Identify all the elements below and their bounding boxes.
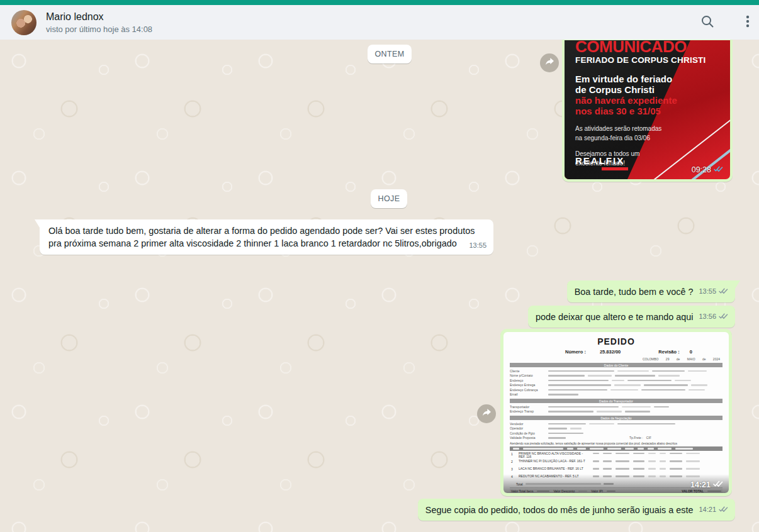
greeked-text-bar (658, 448, 672, 450)
greeked-text-bar (577, 448, 586, 450)
message-time: 13:55 (469, 239, 486, 252)
date-separator-yesterday: ONTEM (368, 45, 412, 64)
greeked-text-bar (513, 448, 519, 450)
message-text: Boa tarde, tudo bem e você ? (575, 285, 694, 298)
greeked-text-bar (660, 460, 666, 462)
greeked-text-bar (660, 453, 666, 455)
menu-button[interactable] (740, 14, 755, 31)
greeked-text-bar (622, 406, 651, 408)
greeked-text-bar (548, 428, 567, 429)
greeked-text-bar (625, 411, 650, 413)
image-message-pedido[interactable]: PEDIDO Número : 25.832/00 Revisão : 0 CO… (500, 329, 732, 496)
comunicado-body-line: de Corpus Christi (575, 84, 720, 95)
greeked-text-bar (612, 380, 624, 382)
greeked-text-bar (603, 468, 612, 470)
greeked-text-bar (593, 453, 599, 455)
greeked-text-bar (548, 437, 566, 439)
greeked-text-bar (590, 448, 604, 450)
greeked-text-bar (670, 468, 682, 470)
outgoing-message: pode deixar que altero e te mando aqui 1… (528, 306, 735, 328)
outgoing-message: Segue copia do pedido, todos do mês de j… (418, 499, 735, 521)
date-separator-label: HOJE (378, 194, 400, 203)
greeked-text-bar (523, 448, 563, 450)
greeked-text-bar (660, 468, 666, 470)
forward-arrow-icon (481, 407, 492, 420)
section-header-cliente: Dados do Cliente (510, 363, 722, 367)
image-message-comunicado[interactable]: COMUNICADO FERIADO DE CORPUS CHRISTI Em … (562, 40, 733, 182)
contact-name: Mario lednox (46, 11, 700, 23)
greeked-text-bar (548, 384, 611, 386)
delivered-double-check-icon (712, 480, 724, 489)
greeked-text-bar (652, 370, 685, 372)
delivered-double-check-icon (718, 503, 729, 516)
greeked-text-bar (617, 423, 675, 425)
items-table-header (510, 446, 722, 451)
message-meta: 14:21 (699, 503, 729, 516)
contact-last-seen: visto por último hoje às 14:08 (46, 25, 700, 34)
pedido-date-line: COLOMBO 29 de MAIO de 2024 (510, 357, 722, 361)
item-row: 2THINNER NC P/ DILUIÇÃO LACA - REF. 161-… (510, 459, 722, 467)
comunicado-info-line: na segunda-feira dia 03/06 (575, 133, 720, 143)
greeked-text-bar (691, 384, 707, 386)
greeked-text-bar (675, 448, 693, 450)
greeked-text-bar (686, 468, 700, 470)
message-meta: 13:55 (469, 239, 486, 252)
greeked-text-bar (548, 423, 586, 425)
message-time: 14:21 (690, 480, 711, 489)
item-row: 3LACA NC BRANCO BRILHANTE - REF. 16 LT (510, 467, 722, 474)
search-button[interactable] (700, 14, 715, 31)
numero-value: 25.832/00 (600, 349, 621, 355)
kebab-menu-icon (740, 14, 755, 31)
greeked-text-bar (597, 411, 622, 413)
greeked-text-bar (648, 453, 656, 455)
contact-avatar[interactable] (11, 10, 37, 35)
forward-message-button[interactable] (477, 404, 496, 423)
greeked-text-bar (615, 375, 655, 377)
greeked-text-bar (638, 448, 644, 450)
greeked-text-bar (670, 460, 682, 462)
revisao-label: Revisão : (658, 349, 679, 355)
image-bottom-gradient: 14:21 (503, 474, 729, 493)
greeked-text-bar (614, 384, 641, 386)
pedido-title: PEDIDO (510, 336, 722, 346)
chat-header: Mario lednox visto por último hoje às 14… (0, 5, 759, 40)
message-text: Segue copia do pedido, todos do mês de j… (425, 504, 694, 516)
greeked-text-bar (610, 389, 638, 391)
greeked-text-bar (616, 460, 629, 462)
comunicado-body-line: Em virtude do feriado (575, 74, 720, 84)
message-meta: 13:55 (699, 285, 729, 298)
section-header-negociacao: Dados da Negociação (510, 416, 722, 420)
comunicado-info-line: As atividades serão retomadas (575, 124, 720, 133)
greeked-text-bar (633, 468, 644, 470)
pedido-document-image: PEDIDO Número : 25.832/00 Revisão : 0 CO… (503, 332, 729, 493)
greeked-text-bar (654, 406, 669, 408)
delivered-double-check-icon (718, 310, 729, 323)
search-icon (700, 14, 715, 31)
message-meta: 09:28 (692, 165, 724, 174)
greeked-text-bar (633, 453, 644, 455)
greeked-text-bar (658, 375, 680, 377)
message-text: Olá boa tarde tudo bem, gostaria de alte… (48, 226, 475, 248)
message-time: 14:21 (699, 503, 716, 516)
greeked-text-bar (648, 468, 656, 470)
realfix-logo: REALFIX (575, 155, 628, 170)
comunicado-subtitle: FERIADO DE CORPUS CHRISTI (575, 55, 720, 65)
forward-message-button[interactable] (540, 53, 559, 72)
message-time: 13:56 (699, 310, 716, 323)
greeked-text-bar (548, 394, 578, 396)
outgoing-message: Boa tarde, tudo bem e você ? 13:55 (567, 280, 735, 302)
greeked-text-bar (570, 428, 582, 429)
comunicado-image: COMUNICADO FERIADO DE CORPUS CHRISTI Em … (565, 40, 730, 179)
contact-info[interactable]: Mario lednox visto por último hoje às 14… (46, 11, 700, 34)
greeked-text-bar (548, 411, 593, 413)
greeked-text-bar (548, 433, 583, 435)
revisao-value: 0 (690, 349, 692, 355)
comunicado-alert-line: nos dias 30 e 31/05 (575, 106, 720, 116)
greeked-text-bar (686, 453, 700, 455)
greeked-text-bar (627, 380, 672, 382)
greeked-text-bar (648, 448, 654, 450)
message-time: 13:55 (699, 285, 716, 297)
app-accent-bar (0, 0, 759, 5)
read-double-check-icon (713, 165, 724, 174)
greeked-text-bar (648, 460, 656, 462)
